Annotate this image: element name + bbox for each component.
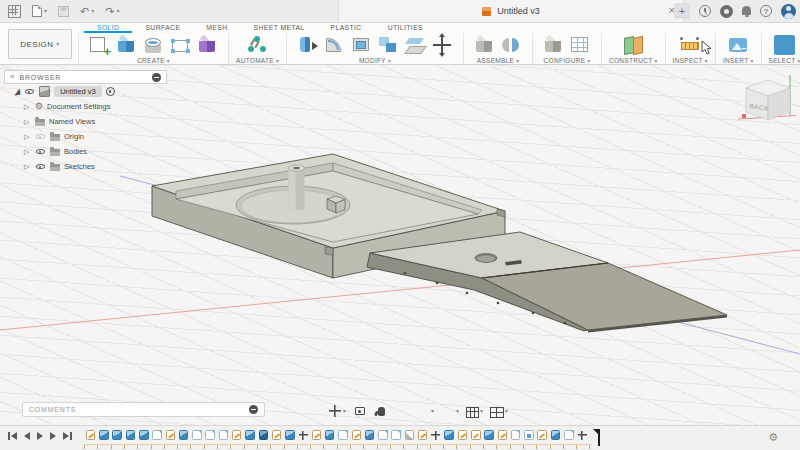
skip-to-end-button[interactable] <box>63 432 72 440</box>
timeline-feature-sketch[interactable] <box>352 430 362 440</box>
browser-item-named-views[interactable]: ▷Named Views <box>4 114 174 129</box>
viewports-control[interactable]: ▾ <box>490 405 508 418</box>
form-icon[interactable] <box>195 33 220 57</box>
display-settings-control[interactable]: ▾ <box>441 404 459 418</box>
group-label[interactable]: INSPECT <box>673 57 708 64</box>
app-grid-icon[interactable] <box>8 5 21 18</box>
timeline-feature-page[interactable] <box>391 430 401 440</box>
expand-chevron-icon[interactable]: ▷ <box>24 163 31 171</box>
undo-icon[interactable]: ↶▾ <box>80 6 94 17</box>
sketch-dimension-icon[interactable] <box>168 33 193 57</box>
avatar-icon[interactable] <box>781 4 796 19</box>
skip-to-start-button[interactable] <box>8 432 17 440</box>
step-back-button[interactable] <box>24 432 30 440</box>
comments-bar[interactable]: COMMENTS <box>22 402 265 417</box>
timeline-feature-extrude[interactable] <box>112 430 122 440</box>
chevron-down-icon[interactable]: ▾ <box>431 408 434 414</box>
timeline-feature-sketch[interactable] <box>312 430 322 440</box>
look-at-control[interactable] <box>353 404 367 418</box>
display-settings-icon[interactable] <box>441 404 455 418</box>
timeline-feature-extrude[interactable] <box>484 430 494 440</box>
extensions-icon[interactable] <box>720 5 733 18</box>
timeline-feature-sketch[interactable] <box>458 430 468 440</box>
group-label[interactable]: CREATE <box>137 57 170 64</box>
look-at-icon[interactable] <box>353 404 367 418</box>
browser-root-row[interactable]: ◢ Untitled v3 <box>4 84 174 99</box>
timeline-feature-boolean[interactable] <box>259 430 269 440</box>
help-icon[interactable] <box>760 5 772 17</box>
timeline-feature-sketch[interactable] <box>272 430 282 440</box>
activate-component-icon[interactable] <box>106 87 115 96</box>
chevron-down-icon[interactable]: ▾ <box>480 408 483 414</box>
measure-icon[interactable] <box>678 33 703 57</box>
timeline-feature-extrude[interactable] <box>99 430 109 440</box>
configure-icon[interactable] <box>541 33 566 57</box>
hand-icon[interactable] <box>374 404 388 418</box>
timeline-feature-page[interactable] <box>152 430 162 440</box>
grid-display-control[interactable]: ▾ <box>466 405 483 418</box>
group-label[interactable]: MODIFY <box>359 57 391 64</box>
group-label[interactable]: SELECT <box>769 57 800 64</box>
pan-icon[interactable] <box>328 404 342 418</box>
expand-chevron-icon[interactable]: ▷ <box>24 148 31 156</box>
visibility-eye-icon[interactable] <box>24 87 35 97</box>
automate-icon[interactable] <box>245 33 270 57</box>
timeline-feature-fill[interactable] <box>524 430 534 440</box>
save-icon[interactable] <box>58 6 69 17</box>
tab-solid[interactable]: SOLID <box>84 22 132 33</box>
panel-options-icon[interactable] <box>152 73 161 82</box>
timeline-feature-page[interactable] <box>378 430 388 440</box>
expand-chevron-icon[interactable]: ▷ <box>24 133 31 141</box>
timeline-feature-extrude[interactable] <box>551 430 561 440</box>
3d-viewport[interactable]: « BROWSER ◢ Untitled v3 ▷⚙Document Setti… <box>0 64 800 450</box>
tab-plastic[interactable]: PLASTIC <box>318 22 375 33</box>
timeline-feature-page[interactable] <box>511 430 521 440</box>
new-tab-button[interactable]: + <box>674 3 690 19</box>
hand-control[interactable] <box>374 404 388 418</box>
browser-item-bodies[interactable]: ▷Bodies <box>4 144 174 159</box>
collapse-panel-icon[interactable]: « <box>10 73 14 81</box>
timeline-feature-page[interactable] <box>205 430 215 440</box>
design-workspace-button[interactable]: DESIGN▾ <box>8 29 72 59</box>
move-copy-icon[interactable] <box>430 33 455 57</box>
new-component-icon[interactable] <box>472 33 497 57</box>
document-tab[interactable]: Untitled v3 × <box>338 0 684 22</box>
create-sketch-icon[interactable] <box>87 33 112 57</box>
timeline-feature-move[interactable] <box>431 430 441 440</box>
combine-icon[interactable] <box>376 33 401 57</box>
comments-options-icon[interactable] <box>249 405 258 414</box>
timeline-feature-page[interactable] <box>564 430 574 440</box>
timeline-feature-extrude[interactable] <box>139 430 149 440</box>
viewports-icon[interactable] <box>490 407 504 418</box>
timeline-feature-page[interactable] <box>192 430 202 440</box>
chevron-down-icon[interactable]: ▾ <box>505 408 508 414</box>
timeline-feature-sketch[interactable] <box>86 430 96 440</box>
timeline-settings-gear-icon[interactable]: ⚙ <box>768 431 778 443</box>
split-body-icon[interactable] <box>403 33 428 57</box>
chevron-down-icon[interactable]: ▾ <box>456 408 459 414</box>
timeline-position-marker[interactable] <box>594 429 604 447</box>
tab-surface[interactable]: SURFACE <box>132 22 193 33</box>
group-label[interactable]: ASSEMBLE <box>477 57 520 64</box>
timeline-feature-extrude[interactable] <box>444 430 454 440</box>
zoom-in-control[interactable] <box>395 404 409 418</box>
grid-display-icon[interactable] <box>466 407 479 418</box>
timeline-feature-sketch[interactable] <box>166 430 176 440</box>
revolve-icon[interactable] <box>141 33 166 57</box>
zoom-window-icon[interactable] <box>416 404 430 418</box>
timeline-feature-sketch[interactable] <box>537 430 547 440</box>
visibility-eye-icon[interactable] <box>35 162 46 172</box>
timeline-feature-extrude[interactable] <box>245 430 255 440</box>
timeline-feature-extrude[interactable] <box>126 430 136 440</box>
timeline-feature-move[interactable] <box>298 430 308 440</box>
expand-chevron-icon[interactable]: ▷ <box>24 118 31 126</box>
pan-control[interactable]: ▾ <box>328 404 346 418</box>
timeline-feature-draft[interactable] <box>405 430 415 440</box>
group-label[interactable]: INSERT <box>723 57 754 64</box>
timeline-feature-move[interactable] <box>577 430 587 440</box>
redo-icon[interactable]: ↷▾ <box>105 6 119 17</box>
insert-image-icon[interactable] <box>726 33 751 57</box>
tab-utilities[interactable]: UTILITIES <box>375 22 436 33</box>
fillet-icon[interactable] <box>322 33 347 57</box>
group-label[interactable]: AUTOMATE <box>236 57 279 64</box>
